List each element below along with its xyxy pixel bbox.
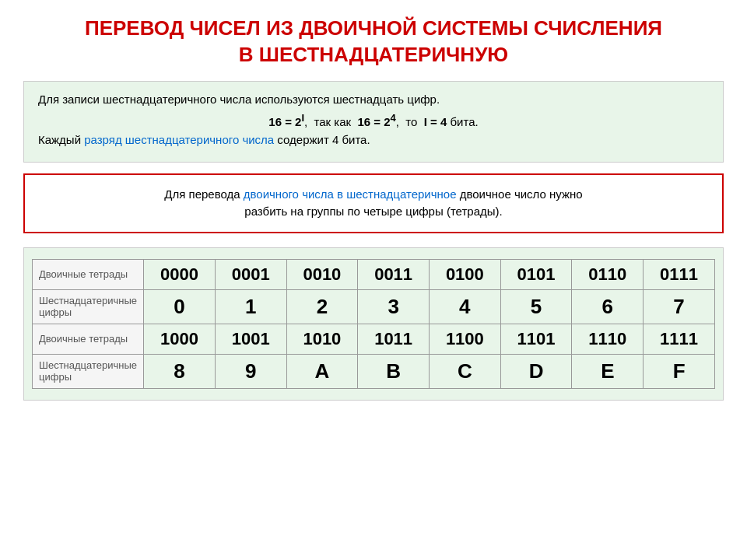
table-row-binary-1: Двоичные тетрады 0000 0001 0010 0011 010…: [33, 259, 715, 289]
cell-0110: 0110: [572, 259, 644, 289]
cell-hex-D: D: [500, 354, 572, 388]
cell-0010: 0010: [286, 259, 358, 289]
page-title: ПЕРЕВОД ЧИСЕЛ ИЗ ДВОИЧНОЙ СИСТЕМЫ СЧИСЛЕ…: [23, 16, 724, 68]
cell-hex-C: C: [429, 354, 500, 388]
cell-hex-B: B: [358, 354, 430, 388]
conversion-table: Двоичные тетрады 0000 0001 0010 0011 010…: [32, 259, 715, 389]
cell-1010: 1010: [286, 324, 358, 354]
cell-hex-2: 2: [286, 289, 358, 324]
intro-line1: Для записи шестнадцатеричного числа испо…: [38, 93, 709, 106]
cell-0001: 0001: [215, 259, 286, 289]
cell-hex-8: 8: [144, 354, 216, 388]
cell-1011: 1011: [358, 324, 430, 354]
cell-hex-0: 0: [144, 289, 216, 324]
cell-hex-9: 9: [215, 354, 286, 388]
row-label-hex2: Шестнадцатеричные цифры: [33, 354, 144, 388]
cell-1000: 1000: [144, 324, 216, 354]
cell-0011: 0011: [358, 259, 430, 289]
table-row-hex-1: Шестнадцатеричные цифры 0 1 2 3 4 5 6 7: [33, 289, 715, 324]
cell-hex-5: 5: [500, 289, 572, 324]
cell-1110: 1110: [572, 324, 644, 354]
table-row-binary-2: Двоичные тетрады 1000 1001 1010 1011 110…: [33, 324, 715, 354]
row-label-binary1: Двоичные тетрады: [33, 259, 144, 289]
cell-1100: 1100: [429, 324, 500, 354]
table-row-hex-2: Шестнадцатеричные цифры 8 9 A B C D E F: [33, 354, 715, 388]
cell-1111: 1111: [644, 324, 715, 354]
row-label-binary2: Двоичные тетрады: [33, 324, 144, 354]
cell-hex-7: 7: [644, 289, 715, 324]
cell-hex-3: 3: [358, 289, 430, 324]
cell-1001: 1001: [215, 324, 286, 354]
cell-0000: 0000: [144, 259, 216, 289]
intro-section: Для записи шестнадцатеричного числа испо…: [23, 81, 724, 163]
red-box: Для перевода двоичного числа в шестнадца…: [23, 173, 724, 233]
cell-0100: 0100: [429, 259, 500, 289]
cell-hex-A: A: [286, 354, 358, 388]
cell-hex-F: F: [644, 354, 715, 388]
cell-hex-E: E: [572, 354, 644, 388]
cell-0101: 0101: [500, 259, 572, 289]
key-note: Каждый разряд шестнадцатеричного числа с…: [38, 133, 709, 146]
formula-line: 16 = 2I, так как 16 = 24, то I = 4 бита.: [38, 112, 709, 128]
cell-hex-4: 4: [429, 289, 500, 324]
cell-1101: 1101: [500, 324, 572, 354]
title-line2: В ШЕСТНАДЦАТЕРИЧНУЮ: [239, 43, 508, 66]
cell-hex-1: 1: [215, 289, 286, 324]
cell-hex-6: 6: [572, 289, 644, 324]
redbox-text: Для перевода двоичного числа в шестнадца…: [40, 186, 707, 221]
title-line1: ПЕРЕВОД ЧИСЕЛ ИЗ ДВОИЧНОЙ СИСТЕМЫ СЧИСЛЕ…: [85, 16, 662, 40]
table-section: Двоичные тетрады 0000 0001 0010 0011 010…: [23, 247, 724, 401]
cell-0111: 0111: [644, 259, 715, 289]
row-label-hex1: Шестнадцатеричные цифры: [33, 289, 144, 324]
